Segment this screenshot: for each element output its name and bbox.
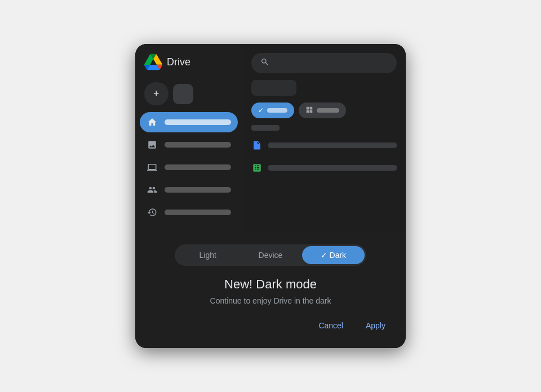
device-theme-button[interactable]: Device [239, 246, 301, 264]
content-placeholder-1 [251, 80, 296, 96]
dialog-title: New! Dark mode [224, 277, 317, 292]
plus-icon: + [153, 88, 159, 100]
grid-icon [305, 106, 313, 115]
light-theme-button[interactable]: Light [176, 246, 239, 264]
drive-preview: Drive + [135, 44, 406, 233]
dark-theme-button[interactable]: ✓Dark [302, 246, 365, 264]
theme-toggle: Light Device ✓Dark [175, 244, 366, 266]
computer-icon [147, 162, 158, 173]
list-view-active: ✓ [251, 103, 294, 118]
sidebar: Drive + [135, 44, 242, 233]
shared-label [165, 187, 231, 193]
content-placeholder-2 [251, 125, 280, 131]
sidebar-item-computer[interactable] [140, 157, 238, 177]
new-button[interactable]: + [144, 82, 168, 105]
recent-icon [147, 207, 158, 218]
file-label-1 [268, 142, 397, 148]
dark-check-icon: ✓ [321, 251, 327, 260]
drive-logo-icon [144, 53, 162, 71]
grid-label [317, 108, 339, 113]
file-row-2 [251, 160, 397, 176]
shared-icon [147, 184, 158, 195]
apply-button[interactable]: Apply [359, 317, 392, 335]
sidebar-item-photos[interactable] [140, 135, 238, 155]
sheet-icon [251, 162, 263, 173]
dialog-subtitle: Continue to enjoy Drive in the dark [210, 296, 331, 305]
new-btn-bar [173, 84, 193, 104]
check-icon: ✓ [258, 106, 264, 114]
recent-label [165, 210, 231, 215]
main-content: ✓ [242, 44, 406, 233]
cancel-button[interactable]: Cancel [312, 317, 350, 335]
dialog-actions: Cancel Apply [312, 317, 392, 335]
file-label-2 [268, 165, 397, 171]
app-name: Drive [167, 56, 190, 68]
photos-label [165, 142, 231, 148]
bottom-panel: Light Device ✓Dark New! Dark mode Contin… [135, 233, 406, 348]
sidebar-item-home[interactable] [140, 112, 238, 132]
home-label [165, 119, 231, 125]
photos-icon [147, 139, 158, 150]
drive-logo: Drive [140, 53, 238, 71]
grid-view-inactive [299, 103, 346, 118]
file-row-1 [251, 137, 397, 153]
sidebar-item-shared[interactable] [140, 180, 238, 200]
view-toggle: ✓ [251, 103, 397, 118]
search-icon [260, 57, 269, 69]
new-button-row: + [140, 82, 238, 105]
home-icon [147, 117, 158, 128]
computer-label [165, 164, 231, 170]
sidebar-item-recent[interactable] [140, 202, 238, 222]
dark-mode-dialog: Drive + [135, 44, 406, 348]
search-bar[interactable] [251, 53, 397, 73]
list-label [267, 108, 287, 113]
doc-icon [251, 140, 263, 151]
